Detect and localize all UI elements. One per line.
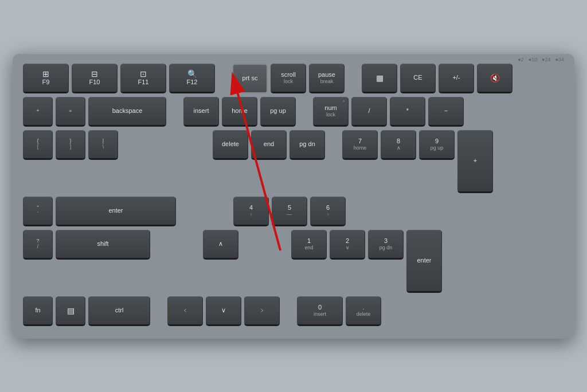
key-question[interactable]: ? / bbox=[23, 230, 53, 260]
f9-icon: ⊞ bbox=[42, 69, 49, 79]
key-num-plus[interactable]: + bbox=[457, 130, 493, 193]
mute-icon: 🔇 bbox=[490, 73, 500, 83]
key-f12[interactable]: 🔍 F12 bbox=[169, 64, 215, 93]
key-num6[interactable]: 6 ﹥ bbox=[310, 197, 346, 226]
key-open-brace[interactable]: { [ bbox=[23, 130, 53, 160]
key-pgup[interactable]: pg up bbox=[260, 97, 296, 127]
key-menu[interactable]: ▤ bbox=[56, 296, 85, 326]
key-up[interactable]: ∧ bbox=[203, 230, 238, 260]
key-fn[interactable]: fn bbox=[23, 296, 53, 326]
status-label-4: ●34 bbox=[555, 57, 564, 62]
key-num-slash[interactable]: / bbox=[351, 97, 387, 127]
key-num3[interactable]: 3 pg dn bbox=[368, 230, 404, 260]
menu-icon: ▤ bbox=[67, 306, 75, 315]
status-label-3: ●24 bbox=[542, 57, 550, 62]
status-bar: ●2 ●10 ●24 ●34 bbox=[518, 57, 564, 62]
row4: " ' enter 4 ﹤ 5 — 6 ﹥ bbox=[23, 197, 564, 226]
key-equals[interactable]: = bbox=[56, 97, 85, 127]
key-numlock[interactable]: num lock ° bbox=[313, 97, 349, 127]
f10-icon: ⊟ bbox=[91, 69, 98, 79]
key-end[interactable]: end bbox=[251, 130, 287, 160]
key-num8[interactable]: 8 ∧ bbox=[381, 130, 416, 160]
key-shift[interactable]: shift bbox=[56, 230, 150, 260]
key-num-dot[interactable]: . delete bbox=[346, 296, 381, 326]
key-left[interactable]: ﹤ bbox=[167, 296, 203, 326]
status-label-1: ●2 bbox=[518, 57, 523, 62]
status-label-2: ●10 bbox=[529, 57, 537, 62]
key-num4[interactable]: 4 ﹤ bbox=[233, 197, 269, 226]
key-plus[interactable]: + bbox=[23, 97, 53, 127]
key-plus-minus[interactable]: +/- bbox=[439, 64, 474, 93]
key-num7[interactable]: 7 home bbox=[342, 130, 378, 160]
f12-icon: 🔍 bbox=[187, 69, 197, 79]
key-num1[interactable]: 1 end bbox=[291, 230, 327, 260]
key-scroll-lock[interactable]: scroll lock bbox=[271, 64, 306, 93]
key-home[interactable]: home bbox=[222, 97, 257, 127]
key-down[interactable]: ∨ bbox=[206, 296, 241, 326]
key-ctrl[interactable]: ctrl bbox=[88, 296, 150, 326]
calc-icon: ▦ bbox=[376, 73, 383, 83]
key-pgdn[interactable]: pg dn bbox=[289, 130, 325, 160]
row6: fn ▤ ctrl ﹤ ∨ ﹥ 0 insert bbox=[23, 296, 564, 326]
key-quote[interactable]: " ' bbox=[23, 197, 53, 226]
key-f10[interactable]: ⊟ F10 bbox=[72, 64, 118, 93]
keyboard: ●2 ●10 ●24 ●34 ⊞ F9 ⊟ F10 ⊡ F11 🔍 F12 bbox=[13, 53, 574, 339]
key-f9[interactable]: ⊞ F9 bbox=[23, 64, 69, 93]
key-enter[interactable]: enter bbox=[56, 197, 176, 226]
key-num9[interactable]: 9 pg up bbox=[419, 130, 455, 160]
key-num-minus[interactable]: − bbox=[428, 97, 464, 127]
key-insert[interactable]: insert bbox=[183, 97, 219, 127]
key-num2[interactable]: 2 ∨ bbox=[330, 230, 365, 260]
key-num0[interactable]: 0 insert bbox=[297, 296, 343, 326]
key-ce[interactable]: CE bbox=[400, 64, 436, 93]
key-backspace[interactable]: backspace bbox=[88, 97, 166, 127]
f11-icon: ⊡ bbox=[140, 69, 147, 79]
key-mute[interactable]: 🔇 bbox=[477, 64, 512, 93]
row2: + = backspace insert home pg up num lock bbox=[23, 97, 564, 127]
key-pause-break[interactable]: pause break bbox=[309, 64, 345, 93]
key-prtsc[interactable]: prt sc bbox=[232, 64, 268, 93]
key-pipe[interactable]: | \ bbox=[88, 130, 118, 160]
row5: ? / shift ∧ 1 end 2 ∨ 3 bbox=[23, 230, 564, 293]
key-f11[interactable]: ⊡ F11 bbox=[120, 64, 166, 93]
key-calc[interactable]: ▦ bbox=[362, 64, 397, 93]
key-num-asterisk[interactable]: * bbox=[390, 97, 425, 127]
key-close-brace[interactable]: } ] bbox=[56, 130, 85, 160]
key-right[interactable]: ﹥ bbox=[244, 296, 280, 326]
fn-row: ⊞ F9 ⊟ F10 ⊡ F11 🔍 F12 prt sc scroll bbox=[23, 64, 564, 93]
keyboard-body: ⊞ F9 ⊟ F10 ⊡ F11 🔍 F12 prt sc scroll bbox=[23, 64, 564, 326]
key-delete[interactable]: delete bbox=[213, 130, 248, 160]
key-numpad-enter[interactable]: enter bbox=[406, 230, 442, 293]
key-num5[interactable]: 5 — bbox=[272, 197, 307, 226]
row3: { [ } ] | \ delete end pg dn bbox=[23, 130, 564, 193]
